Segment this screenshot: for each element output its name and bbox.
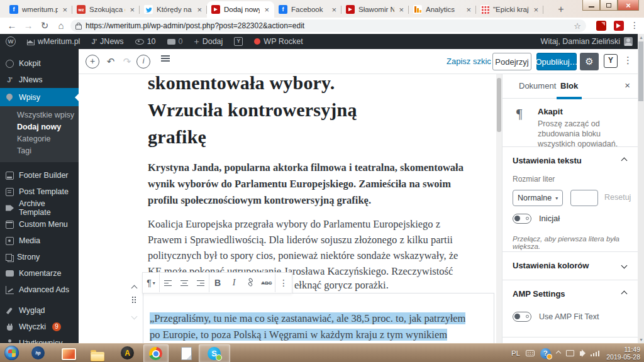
sidebar-item-footer-builder[interactable]: Footer Builder [0, 167, 79, 184]
tab-close-icon[interactable]: × [129, 6, 135, 14]
sidebar-item-jnews[interactable]: J' JNews [0, 72, 79, 88]
settings-gear-button[interactable]: ⚙ [580, 53, 599, 70]
sidebar-item-kategorie[interactable]: Kategorie [0, 133, 79, 145]
tab-close-icon[interactable]: × [62, 6, 68, 14]
browser-tab-twitter[interactable]: Którędy na Lem × [140, 1, 207, 18]
more-tools-button[interactable]: ⋮ [623, 55, 633, 66]
bookmark-star-icon[interactable]: ☆ [574, 21, 581, 31]
page-scrollbar-thumb[interactable] [638, 41, 643, 101]
start-button[interactable] [4, 346, 19, 360]
font-size-select[interactable]: Normalne ▾ [513, 190, 563, 206]
yoast-menu[interactable]: Y [228, 34, 248, 49]
keyboard-icon[interactable] [526, 350, 535, 356]
sidebar-item-wtyczki[interactable]: Wtyczki 9 [0, 319, 79, 335]
wp-rocket-menu[interactable]: WP Rocket [248, 34, 308, 49]
address-bar[interactable]: https://wmeritum.pl/wp-admin/post.php?po… [70, 19, 586, 32]
account-menu[interactable]: Witaj, Damian Zieliński [541, 37, 638, 46]
sidebar-item-advanced-ads[interactable]: Advanced Ads [0, 282, 79, 298]
tab-close-icon[interactable]: × [465, 6, 472, 14]
tab-blok[interactable]: Blok [560, 81, 578, 90]
close-sidebar-icon[interactable]: × [625, 80, 630, 90]
language-indicator[interactable]: PL [511, 349, 519, 357]
tab-close-icon[interactable]: × [533, 6, 539, 14]
jnews-menu[interactable]: J' JNews [86, 34, 129, 49]
home-button[interactable]: ⌂ [54, 19, 68, 33]
panel-text-settings-header[interactable]: Ustawienia tekstu [502, 147, 638, 175]
views-counter[interactable]: 10 [130, 34, 162, 49]
scroll-down-icon[interactable]: ▼ [639, 337, 643, 342]
italic-button[interactable]: I [226, 273, 242, 292]
tab-close-icon[interactable]: × [398, 6, 404, 14]
sidebar-item-dodaj-nowy[interactable]: Dodaj nowy [0, 121, 79, 133]
post-title[interactable]: skomentowała wybory. Wrzuciła kontrowers… [148, 74, 496, 150]
network-signal-icon[interactable] [591, 351, 600, 356]
taskbar-clock[interactable]: 11:49 2019-05-28 [606, 346, 640, 361]
sidebar-item-wyglad[interactable]: Wygląd [0, 302, 79, 319]
back-button[interactable]: ← [5, 19, 19, 33]
reset-button[interactable]: Resetuj [604, 193, 631, 202]
hidden-icons-chevron[interactable] [556, 351, 561, 356]
move-up-icon[interactable] [131, 285, 137, 292]
bold-button[interactable]: B [209, 273, 226, 292]
save-draft-button[interactable]: Zapisz szkic [447, 57, 491, 66]
block-navigation-button[interactable] [154, 55, 168, 69]
lead-paragraph[interactable]: Krystyna Janda, popularna aktorka filmow… [148, 160, 496, 209]
tab-close-icon[interactable]: × [331, 6, 337, 14]
restore-button[interactable] [600, 0, 618, 11]
content-structure-button[interactable]: i [136, 55, 150, 69]
tab-close-icon[interactable]: × [196, 6, 203, 14]
chrome-taskbar-button[interactable] [143, 344, 169, 362]
yoast-button[interactable]: Y [604, 54, 618, 68]
sidebar-item-custom-menu[interactable]: Custom Menu [0, 216, 79, 233]
skype-taskbar-button[interactable]: S [199, 344, 230, 362]
scroll-up-icon[interactable]: ▲ [639, 35, 643, 40]
sidebar-item-kokpit[interactable]: Kokpit [0, 55, 79, 72]
paragraph-type-button[interactable]: ¶ ▾ [143, 273, 159, 292]
url-text[interactable]: https://wmeritum.pl/wp-admin/post.php?po… [86, 21, 570, 30]
align-center-button[interactable] [176, 273, 192, 292]
reload-button[interactable]: ↻ [38, 19, 52, 33]
sidebar-item-wpisy[interactable]: Wpisy [0, 88, 79, 106]
photo-viewer-icon[interactable] [62, 348, 76, 360]
dropcap-toggle[interactable] [513, 214, 531, 224]
font-size-input[interactable] [570, 190, 598, 206]
undo-button[interactable]: ↶ [104, 55, 118, 69]
browser-tab-szokujaca[interactable]: wz Szokująca grafi × [72, 1, 140, 18]
browser-tab-slawomir[interactable]: Sławomir Neun × [341, 1, 409, 18]
browser-tab-dodaj-nowy[interactable]: Dodaj nowy wp × [207, 1, 274, 18]
forward-button[interactable]: → [21, 19, 35, 33]
wp-logo-menu[interactable]: W [0, 34, 21, 49]
preview-button[interactable]: Podejrzyj [492, 53, 531, 70]
sidebar-item-strony[interactable]: Strony [0, 249, 79, 265]
drag-handle-icon[interactable] [132, 297, 136, 304]
panel-amp-settings-header[interactable]: AMP Settings [502, 280, 638, 308]
close-button[interactable]: × [618, 0, 639, 11]
link-button[interactable] [242, 273, 258, 292]
display-icon[interactable] [566, 350, 574, 356]
sidebar-item-wszystkie-wpisy[interactable]: Wszystkie wpisy [0, 109, 79, 121]
strikethrough-button[interactable]: ABC [258, 273, 275, 292]
redo-button[interactable]: ↷ [120, 55, 134, 69]
sidebar-item-post-template[interactable]: Post Template [0, 184, 79, 200]
browser-tab-epicki-kraj[interactable]: "Epicki kraj" chw × [476, 1, 543, 18]
sidebar-item-komentarze[interactable]: Komentarze [0, 265, 79, 282]
sidebar-item-tagi[interactable]: Tagi [0, 145, 79, 157]
move-down-icon[interactable] [131, 314, 137, 320]
editor-scrollbar[interactable] [496, 74, 502, 343]
browser-menu-icon[interactable]: ⋮ [630, 20, 639, 30]
site-link[interactable]: wMeritum.pl [21, 34, 86, 49]
file-explorer-icon[interactable] [91, 352, 104, 361]
tab-dokument[interactable]: Dokument [519, 81, 556, 90]
browser-tab-wmeritum-home[interactable]: f wmeritum.pl - S × [5, 1, 72, 18]
speaker-icon[interactable] [580, 351, 582, 356]
add-new-menu[interactable]: + Dodaj [188, 34, 228, 49]
wmeritum-extension-icon[interactable] [614, 21, 624, 31]
pdf-extension-icon[interactable] [596, 21, 606, 31]
align-left-button[interactable] [160, 273, 176, 292]
panel-color-settings-header[interactable]: Ustawienia kolorów [502, 252, 638, 280]
page-scrollbar[interactable]: ▲ ▼ [638, 34, 644, 343]
browser-tab-analytics[interactable]: Analytics × [409, 1, 476, 18]
amp-fit-text-toggle[interactable] [513, 312, 531, 322]
hp-app-icon[interactable]: hp [31, 346, 45, 359]
block-inserter-button[interactable]: + [86, 55, 99, 69]
